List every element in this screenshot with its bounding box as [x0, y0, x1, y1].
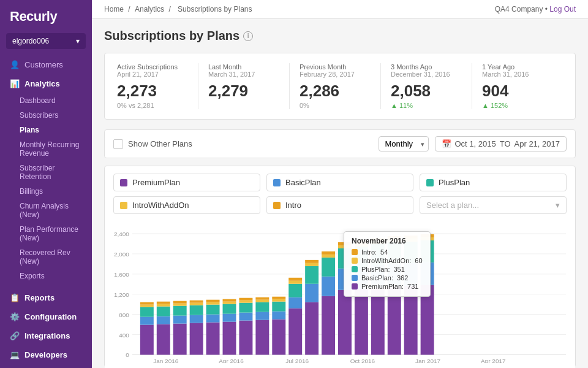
svg-rect-22	[157, 304, 170, 307]
svg-text:Apr 2016: Apr 2016	[219, 358, 244, 363]
sidebar-sub-plans[interactable]: Plans	[0, 123, 92, 137]
svg-rect-45	[239, 313, 252, 321]
svg-rect-87	[371, 241, 385, 244]
svg-rect-64	[305, 302, 318, 355]
integrations-icon: 🔗	[10, 331, 20, 340]
svg-rect-23	[157, 302, 170, 304]
svg-rect-58	[272, 297, 285, 299]
account-switcher[interactable]: elgordo006 ▾	[6, 33, 86, 49]
svg-rect-53	[255, 297, 269, 300]
sidebar-item-admin[interactable]: 🔒 Admin	[0, 364, 92, 368]
sidebar-sub-subscribers[interactable]: Subscribers	[0, 108, 92, 123]
sidebar-sub-exports[interactable]: Exports	[0, 269, 92, 283]
svg-rect-86	[371, 244, 385, 265]
svg-rect-54	[272, 320, 285, 355]
svg-rect-69	[322, 296, 335, 355]
period-select-wrapper[interactable]: Monthly Weekly Daily	[379, 136, 429, 151]
svg-rect-84	[371, 288, 385, 355]
sidebar-item-reports[interactable]: 📋 Reports	[0, 288, 92, 307]
svg-rect-51	[255, 302, 269, 312]
svg-rect-50	[255, 312, 269, 320]
toolbar-right: Monthly Weekly Daily 📅 Oct 1, 2015 TO Ap…	[379, 136, 567, 151]
topbar-user: QA4 Company • Log Out	[495, 5, 576, 13]
date-range-picker[interactable]: 📅 Oct 1, 2015 TO Apr 21, 2017	[435, 136, 567, 151]
svg-rect-67	[305, 263, 318, 266]
plan-select-intro-addon[interactable]: IntroWithAddOn	[113, 196, 260, 214]
svg-rect-81	[355, 247, 368, 267]
show-other-plans-label: Show Other Plans	[128, 139, 192, 148]
configuration-icon: ⚙️	[10, 312, 20, 321]
svg-rect-32	[190, 303, 203, 305]
sidebar-item-analytics[interactable]: 📊 Analytics	[0, 74, 92, 93]
customers-icon: 👤	[10, 60, 20, 69]
svg-rect-24	[173, 324, 187, 355]
plan-select-plus[interactable]: PlusPlan	[420, 174, 567, 191]
sidebar-item-label: Developers	[24, 350, 67, 359]
stat-1year: 1 Year Ago March 31, 2016 904 ▲ 152%	[472, 63, 563, 109]
page-content: Subscriptions by Plans i Active Subscrip…	[92, 19, 588, 368]
sidebar-item-customers[interactable]: 👤 Customers	[0, 55, 92, 74]
svg-text:0: 0	[126, 351, 129, 358]
svg-rect-78	[338, 242, 352, 245]
sidebar-item-configuration[interactable]: ⚙️ Configuration	[0, 307, 92, 326]
svg-rect-88	[371, 238, 385, 241]
show-other-plans-toggle[interactable]: Show Other Plans	[113, 139, 192, 149]
svg-rect-14	[140, 325, 154, 355]
plan-select-basic[interactable]: BasicPlan	[266, 174, 413, 191]
svg-rect-100	[421, 263, 434, 285]
sidebar-sub-plan-perf[interactable]: Plan Performance (New)	[0, 222, 92, 245]
svg-rect-35	[206, 315, 220, 323]
plan-select-empty[interactable]: Select a plan... ▾	[420, 196, 567, 214]
logout-link[interactable]: Log Out	[549, 5, 576, 13]
sidebar-sub-billings[interactable]: Billings	[0, 184, 92, 199]
svg-rect-43	[223, 299, 236, 302]
sidebar-sub-recovered[interactable]: Recovered Rev (New)	[0, 245, 92, 269]
breadcrumb-analytics[interactable]: Analytics	[135, 5, 164, 13]
plan-select-intro[interactable]: Intro	[266, 196, 413, 214]
period-select[interactable]: Monthly Weekly Daily	[379, 136, 429, 151]
sidebar-sub-mrr[interactable]: Monthly Recurring Revenue	[0, 137, 92, 161]
svg-rect-29	[190, 323, 203, 355]
svg-text:Jan 2016: Jan 2016	[153, 358, 178, 363]
sidebar-item-label: Customers	[24, 60, 63, 69]
info-icon[interactable]: i	[243, 31, 253, 41]
svg-rect-74	[338, 290, 352, 355]
svg-rect-96	[404, 242, 418, 263]
svg-rect-18	[140, 302, 154, 305]
stat-prev-month: Previous Month February 28, 2017 2,286 0…	[290, 63, 381, 109]
svg-rect-75	[338, 269, 352, 290]
svg-rect-41	[223, 304, 236, 314]
svg-text:Oct 2016: Oct 2016	[350, 358, 375, 363]
svg-rect-42	[223, 302, 236, 304]
sidebar-sub-churn[interactable]: Churn Analysis (New)	[0, 199, 92, 222]
svg-text:2,000: 2,000	[114, 251, 129, 258]
svg-rect-70	[322, 277, 335, 296]
page-title: Subscriptions by Plans i	[104, 29, 576, 43]
plus-color	[426, 179, 434, 186]
svg-rect-48	[239, 298, 252, 301]
svg-text:2,400: 2,400	[114, 231, 129, 237]
svg-rect-71	[322, 258, 335, 277]
sidebar-sub-retention[interactable]: Subscriber Retention	[0, 161, 92, 184]
sidebar-item-integrations[interactable]: 🔗 Integrations	[0, 326, 92, 345]
plan-select-premium[interactable]: PremiumPlan	[113, 174, 260, 191]
svg-rect-72	[322, 255, 335, 258]
sidebar-item-developers[interactable]: 💻 Developers	[0, 345, 92, 364]
show-other-plans-checkbox[interactable]	[113, 139, 123, 149]
subscriptions-chart: 2,400 2,000 1,600 1,200 800 400 0	[111, 229, 569, 363]
topbar: Home / Analytics / Subscriptions by Plan…	[92, 0, 588, 19]
svg-rect-98	[404, 236, 418, 239]
sidebar-sub-dashboard[interactable]: Dashboard	[0, 93, 92, 108]
svg-rect-89	[388, 286, 401, 355]
svg-rect-49	[255, 320, 269, 355]
stat-active: Active Subscriptions April 21, 2017 2,27…	[117, 63, 198, 109]
svg-rect-82	[355, 243, 368, 247]
svg-rect-36	[206, 305, 220, 315]
to-label: TO	[500, 139, 511, 148]
sidebar-item-label: Integrations	[24, 331, 70, 340]
breadcrumb-home[interactable]: Home	[104, 5, 124, 13]
stats-row: Active Subscriptions April 21, 2017 2,27…	[104, 53, 576, 120]
intro-addon-color	[120, 202, 127, 209]
analytics-icon: 📊	[10, 79, 20, 88]
account-name: elgordo006	[12, 37, 49, 45]
